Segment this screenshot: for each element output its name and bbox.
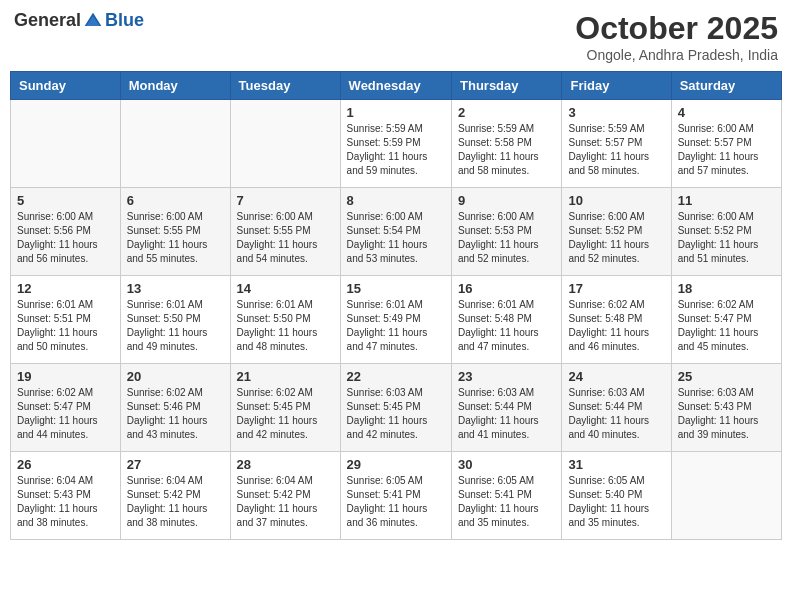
day-number: 17 xyxy=(568,281,664,296)
day-info: Sunrise: 6:00 AMSunset: 5:56 PMDaylight:… xyxy=(17,210,114,266)
day-info: Sunrise: 5:59 AMSunset: 5:58 PMDaylight:… xyxy=(458,122,555,178)
location: Ongole, Andhra Pradesh, India xyxy=(575,47,778,63)
calendar-cell: 31Sunrise: 6:05 AMSunset: 5:40 PMDayligh… xyxy=(562,452,671,540)
calendar-cell: 13Sunrise: 6:01 AMSunset: 5:50 PMDayligh… xyxy=(120,276,230,364)
weekday-header-friday: Friday xyxy=(562,72,671,100)
day-number: 3 xyxy=(568,105,664,120)
day-info: Sunrise: 6:00 AMSunset: 5:55 PMDaylight:… xyxy=(127,210,224,266)
day-number: 2 xyxy=(458,105,555,120)
day-number: 14 xyxy=(237,281,334,296)
calendar-cell: 18Sunrise: 6:02 AMSunset: 5:47 PMDayligh… xyxy=(671,276,781,364)
day-info: Sunrise: 6:03 AMSunset: 5:44 PMDaylight:… xyxy=(568,386,664,442)
calendar-cell: 5Sunrise: 6:00 AMSunset: 5:56 PMDaylight… xyxy=(11,188,121,276)
day-info: Sunrise: 6:04 AMSunset: 5:43 PMDaylight:… xyxy=(17,474,114,530)
day-number: 4 xyxy=(678,105,775,120)
day-info: Sunrise: 6:02 AMSunset: 5:47 PMDaylight:… xyxy=(17,386,114,442)
day-number: 30 xyxy=(458,457,555,472)
logo: General Blue xyxy=(14,10,144,31)
weekday-header-tuesday: Tuesday xyxy=(230,72,340,100)
day-number: 18 xyxy=(678,281,775,296)
logo-blue: Blue xyxy=(105,10,144,31)
day-info: Sunrise: 6:04 AMSunset: 5:42 PMDaylight:… xyxy=(127,474,224,530)
calendar-cell: 14Sunrise: 6:01 AMSunset: 5:50 PMDayligh… xyxy=(230,276,340,364)
day-info: Sunrise: 6:02 AMSunset: 5:45 PMDaylight:… xyxy=(237,386,334,442)
day-number: 31 xyxy=(568,457,664,472)
day-number: 7 xyxy=(237,193,334,208)
calendar-cell xyxy=(671,452,781,540)
day-number: 11 xyxy=(678,193,775,208)
calendar-cell: 21Sunrise: 6:02 AMSunset: 5:45 PMDayligh… xyxy=(230,364,340,452)
calendar-week-2: 5Sunrise: 6:00 AMSunset: 5:56 PMDaylight… xyxy=(11,188,782,276)
day-info: Sunrise: 6:02 AMSunset: 5:47 PMDaylight:… xyxy=(678,298,775,354)
day-number: 8 xyxy=(347,193,445,208)
weekday-header-row: SundayMondayTuesdayWednesdayThursdayFrid… xyxy=(11,72,782,100)
weekday-header-saturday: Saturday xyxy=(671,72,781,100)
day-info: Sunrise: 6:00 AMSunset: 5:54 PMDaylight:… xyxy=(347,210,445,266)
calendar-cell: 7Sunrise: 6:00 AMSunset: 5:55 PMDaylight… xyxy=(230,188,340,276)
calendar-cell: 22Sunrise: 6:03 AMSunset: 5:45 PMDayligh… xyxy=(340,364,451,452)
weekday-header-sunday: Sunday xyxy=(11,72,121,100)
page-header: General Blue October 2025 Ongole, Andhra… xyxy=(10,10,782,63)
day-number: 10 xyxy=(568,193,664,208)
calendar-cell: 23Sunrise: 6:03 AMSunset: 5:44 PMDayligh… xyxy=(452,364,562,452)
day-info: Sunrise: 6:02 AMSunset: 5:46 PMDaylight:… xyxy=(127,386,224,442)
weekday-header-wednesday: Wednesday xyxy=(340,72,451,100)
calendar-table: SundayMondayTuesdayWednesdayThursdayFrid… xyxy=(10,71,782,540)
day-number: 5 xyxy=(17,193,114,208)
calendar-cell: 27Sunrise: 6:04 AMSunset: 5:42 PMDayligh… xyxy=(120,452,230,540)
calendar-week-4: 19Sunrise: 6:02 AMSunset: 5:47 PMDayligh… xyxy=(11,364,782,452)
calendar-cell: 3Sunrise: 5:59 AMSunset: 5:57 PMDaylight… xyxy=(562,100,671,188)
calendar-cell: 16Sunrise: 6:01 AMSunset: 5:48 PMDayligh… xyxy=(452,276,562,364)
logo-icon xyxy=(83,11,103,31)
calendar-week-5: 26Sunrise: 6:04 AMSunset: 5:43 PMDayligh… xyxy=(11,452,782,540)
calendar-cell: 6Sunrise: 6:00 AMSunset: 5:55 PMDaylight… xyxy=(120,188,230,276)
day-info: Sunrise: 6:01 AMSunset: 5:51 PMDaylight:… xyxy=(17,298,114,354)
calendar-cell: 1Sunrise: 5:59 AMSunset: 5:59 PMDaylight… xyxy=(340,100,451,188)
day-info: Sunrise: 6:01 AMSunset: 5:50 PMDaylight:… xyxy=(127,298,224,354)
day-info: Sunrise: 6:00 AMSunset: 5:55 PMDaylight:… xyxy=(237,210,334,266)
calendar-cell: 10Sunrise: 6:00 AMSunset: 5:52 PMDayligh… xyxy=(562,188,671,276)
day-info: Sunrise: 6:00 AMSunset: 5:57 PMDaylight:… xyxy=(678,122,775,178)
calendar-cell: 15Sunrise: 6:01 AMSunset: 5:49 PMDayligh… xyxy=(340,276,451,364)
calendar-cell: 17Sunrise: 6:02 AMSunset: 5:48 PMDayligh… xyxy=(562,276,671,364)
calendar-cell: 12Sunrise: 6:01 AMSunset: 5:51 PMDayligh… xyxy=(11,276,121,364)
day-info: Sunrise: 5:59 AMSunset: 5:59 PMDaylight:… xyxy=(347,122,445,178)
day-info: Sunrise: 6:03 AMSunset: 5:43 PMDaylight:… xyxy=(678,386,775,442)
weekday-header-monday: Monday xyxy=(120,72,230,100)
day-info: Sunrise: 6:05 AMSunset: 5:41 PMDaylight:… xyxy=(347,474,445,530)
calendar-cell: 26Sunrise: 6:04 AMSunset: 5:43 PMDayligh… xyxy=(11,452,121,540)
day-number: 9 xyxy=(458,193,555,208)
calendar-cell: 29Sunrise: 6:05 AMSunset: 5:41 PMDayligh… xyxy=(340,452,451,540)
day-number: 13 xyxy=(127,281,224,296)
day-number: 27 xyxy=(127,457,224,472)
day-number: 28 xyxy=(237,457,334,472)
day-info: Sunrise: 6:02 AMSunset: 5:48 PMDaylight:… xyxy=(568,298,664,354)
calendar-cell: 28Sunrise: 6:04 AMSunset: 5:42 PMDayligh… xyxy=(230,452,340,540)
calendar-cell: 30Sunrise: 6:05 AMSunset: 5:41 PMDayligh… xyxy=(452,452,562,540)
day-number: 1 xyxy=(347,105,445,120)
day-number: 15 xyxy=(347,281,445,296)
month-title: October 2025 xyxy=(575,10,778,47)
calendar-cell: 20Sunrise: 6:02 AMSunset: 5:46 PMDayligh… xyxy=(120,364,230,452)
day-info: Sunrise: 6:04 AMSunset: 5:42 PMDaylight:… xyxy=(237,474,334,530)
title-block: October 2025 Ongole, Andhra Pradesh, Ind… xyxy=(575,10,778,63)
calendar-cell: 19Sunrise: 6:02 AMSunset: 5:47 PMDayligh… xyxy=(11,364,121,452)
calendar-cell: 4Sunrise: 6:00 AMSunset: 5:57 PMDaylight… xyxy=(671,100,781,188)
calendar-week-1: 1Sunrise: 5:59 AMSunset: 5:59 PMDaylight… xyxy=(11,100,782,188)
day-info: Sunrise: 6:01 AMSunset: 5:50 PMDaylight:… xyxy=(237,298,334,354)
day-info: Sunrise: 6:05 AMSunset: 5:41 PMDaylight:… xyxy=(458,474,555,530)
day-number: 12 xyxy=(17,281,114,296)
calendar-cell: 9Sunrise: 6:00 AMSunset: 5:53 PMDaylight… xyxy=(452,188,562,276)
day-number: 19 xyxy=(17,369,114,384)
calendar-week-3: 12Sunrise: 6:01 AMSunset: 5:51 PMDayligh… xyxy=(11,276,782,364)
calendar-cell xyxy=(11,100,121,188)
calendar-cell: 8Sunrise: 6:00 AMSunset: 5:54 PMDaylight… xyxy=(340,188,451,276)
logo-general: General xyxy=(14,10,81,31)
day-info: Sunrise: 6:01 AMSunset: 5:48 PMDaylight:… xyxy=(458,298,555,354)
day-number: 22 xyxy=(347,369,445,384)
day-number: 25 xyxy=(678,369,775,384)
day-number: 29 xyxy=(347,457,445,472)
calendar-cell xyxy=(120,100,230,188)
day-number: 16 xyxy=(458,281,555,296)
day-info: Sunrise: 6:01 AMSunset: 5:49 PMDaylight:… xyxy=(347,298,445,354)
